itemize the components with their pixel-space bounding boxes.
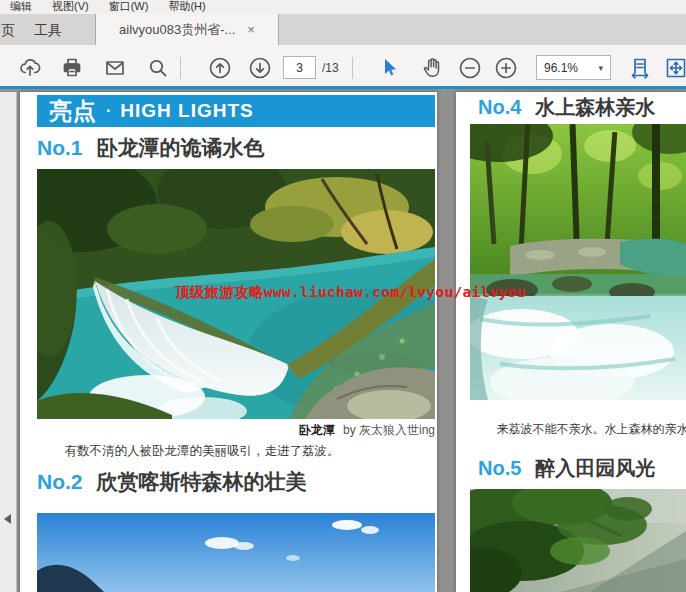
toolbar-divider [180, 57, 181, 79]
photo-water-forest [470, 124, 686, 400]
hand-tool-button[interactable] [418, 54, 446, 82]
sidebar-collapse-strip [0, 92, 17, 592]
cloud-upload-icon [18, 56, 42, 80]
chevron-down-icon: ▾ [598, 63, 603, 73]
email-button[interactable] [101, 54, 129, 82]
fit-page-icon [664, 56, 686, 80]
menu-item-window[interactable]: 窗口(W) [109, 0, 149, 14]
toolbar: /13 96.1% ▾ [0, 45, 686, 89]
arrow-up-circle-icon [207, 55, 233, 81]
select-tool-button[interactable] [376, 54, 404, 82]
zoom-level-dropdown[interactable]: 96.1% ▾ [536, 55, 611, 80]
search-icon [146, 56, 170, 80]
hand-icon [420, 56, 444, 80]
photo-countryside [470, 489, 686, 592]
menu-bar: 编辑 视图(V) 窗口(W) 帮助(H) [0, 0, 686, 14]
pdf-page-left[interactable]: 亮点 · HIGH LIGHTS No.1 卧龙潭的诡谲水色 [20, 92, 437, 592]
menu-item-help[interactable]: 帮助(H) [168, 0, 205, 14]
photo-caption: 卧龙潭 by 灰太狼入世ing [37, 422, 435, 439]
watermark-text: 顶级旅游攻略www.liuchaw.com/lvyou/ailvyou [175, 283, 526, 302]
banner-separator: · [106, 102, 111, 120]
tab-home-partial[interactable]: 页 [1, 22, 15, 40]
tab-document[interactable]: ailvyou083贵州省-... × [95, 14, 279, 45]
banner-cn-label: 亮点 [49, 96, 97, 127]
collapse-panel-arrow-icon[interactable] [4, 514, 11, 524]
highlight-1-number: No.1 [37, 136, 83, 160]
highlight-5-title: No.5 醉入田园风光 [478, 455, 655, 482]
share-upload-button[interactable] [16, 54, 44, 82]
minus-circle-icon [457, 55, 483, 81]
menu-item-edit[interactable]: 编辑 [10, 0, 32, 14]
search-button[interactable] [144, 54, 172, 82]
highlight-4-text: 水上森林亲水 [535, 94, 655, 121]
envelope-icon [103, 56, 127, 80]
banner-en-label: HIGH LIGHTS [120, 100, 253, 122]
menu-item-view[interactable]: 视图(V) [52, 0, 89, 14]
print-button[interactable] [58, 54, 86, 82]
plus-circle-icon [493, 55, 519, 81]
highlight-2-text: 欣赏喀斯特森林的壮美 [97, 468, 307, 496]
highlight-4-title: No.4 水上森林亲水 [478, 94, 655, 121]
document-tab-title: ailvyou083贵州省-... [119, 21, 235, 39]
highlight-5-number: No.5 [478, 457, 521, 480]
highlight-2-number: No.2 [37, 470, 83, 494]
fit-width-button[interactable] [626, 54, 654, 82]
zoom-in-button[interactable] [492, 54, 520, 82]
highlight-1-text: 卧龙潭的诡谲水色 [97, 134, 265, 162]
paragraph-4: 来荔波不能不亲水。水上森林的亲水 [470, 421, 686, 437]
tab-tools[interactable]: 工具 [34, 22, 62, 40]
zoom-out-button[interactable] [456, 54, 484, 82]
page-count-label: /13 [322, 61, 339, 75]
pdf-reader-window: 编辑 视图(V) 窗口(W) 帮助(H) 页 工具 ailvyou083贵州省-… [0, 0, 686, 592]
highlight-1-title: No.1 卧龙潭的诡谲水色 [37, 134, 265, 162]
highlight-5-text: 醉入田园风光 [535, 455, 655, 482]
fit-page-button[interactable] [662, 54, 686, 82]
page-number-input[interactable] [283, 56, 316, 79]
photo-karst-forest [37, 513, 435, 592]
highlight-2-title: No.2 欣赏喀斯特森林的壮美 [37, 468, 307, 496]
close-tab-icon[interactable]: × [247, 23, 255, 36]
highlight-4-number: No.4 [478, 96, 521, 119]
paragraph-1: 有数不清的人被卧龙潭的美丽吸引，走进了荔波。 [37, 443, 435, 460]
cursor-arrow-icon [379, 57, 401, 79]
arrow-down-circle-icon [247, 55, 273, 81]
next-page-button[interactable] [246, 54, 274, 82]
toolbar-divider [352, 57, 353, 79]
printer-icon [60, 56, 84, 80]
zoom-level-value: 96.1% [544, 61, 578, 75]
pdf-page-right[interactable]: No.4 水上森林亲水 [456, 92, 686, 592]
previous-page-button[interactable] [206, 54, 234, 82]
fit-width-icon [628, 56, 652, 80]
caption-place-name: 卧龙潭 [299, 423, 335, 437]
tab-bar: 页 工具 ailvyou083贵州省-... × [0, 14, 686, 45]
section-banner: 亮点 · HIGH LIGHTS [37, 95, 435, 127]
caption-credit: by 灰太狼入世ing [343, 423, 435, 437]
